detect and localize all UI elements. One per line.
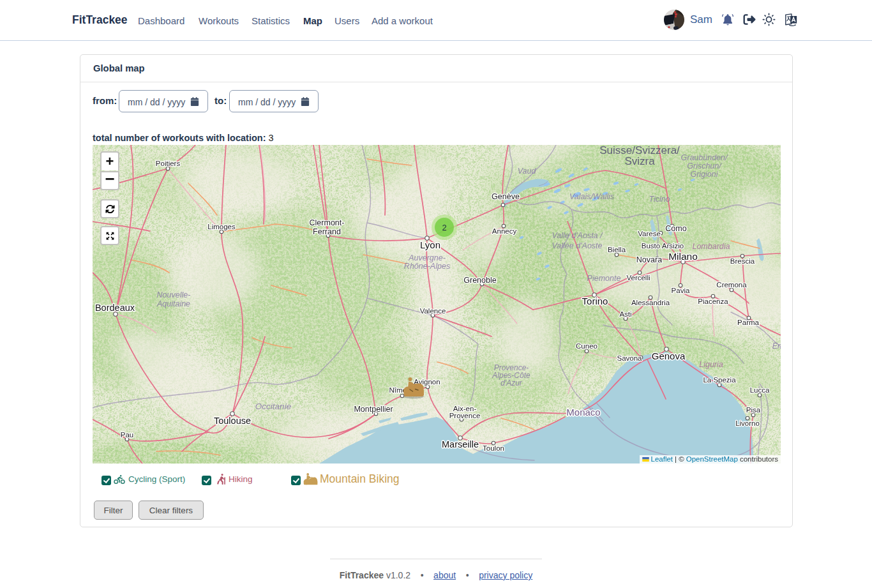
svg-text:La Spezia: La Spezia — [703, 376, 736, 384]
svg-text:Torino: Torino — [582, 296, 608, 306]
svg-text:Toulon: Toulon — [483, 444, 504, 452]
svg-text:Genève: Genève — [492, 192, 520, 201]
svg-text:Grigioni: Grigioni — [690, 170, 718, 179]
svg-text:Ferrand: Ferrand — [313, 227, 341, 236]
svg-text:d'Azur: d'Azur — [500, 379, 523, 388]
svg-text:Ticino: Ticino — [649, 195, 670, 204]
svg-text:Aquitaine: Aquitaine — [156, 299, 190, 308]
svg-text:Busto Arsizio: Busto Arsizio — [642, 242, 684, 250]
svg-text:2: 2 — [442, 223, 446, 232]
svg-text:Montpellier: Montpellier — [354, 405, 393, 414]
svg-text:Pisa: Pisa — [746, 406, 761, 414]
svg-text:Monaco: Monaco — [566, 407, 600, 418]
svg-text:Svizra: Svizra — [624, 155, 655, 167]
svg-text:Cremona: Cremona — [716, 281, 747, 289]
svg-text:Annecy: Annecy — [492, 227, 517, 235]
svg-text:Vaud: Vaud — [518, 167, 537, 176]
svg-text:Occitanie: Occitanie — [255, 402, 291, 411]
svg-text:Genova: Genova — [652, 351, 686, 361]
svg-text:Valence: Valence — [420, 307, 446, 315]
svg-text:Cuneo: Cuneo — [576, 342, 598, 350]
svg-text:Clermont-: Clermont- — [310, 218, 345, 227]
svg-text:Asti: Asti — [619, 310, 631, 318]
svg-text:Como: Como — [665, 224, 686, 233]
svg-text:Savona: Savona — [617, 354, 642, 362]
svg-text:Bordeaux: Bordeaux — [95, 303, 135, 313]
svg-text:Grenoble: Grenoble — [463, 276, 496, 285]
svg-text:Poitiers: Poitiers — [156, 160, 181, 167]
svg-text:Liguria: Liguria — [699, 360, 723, 369]
svg-text:Valle d'Aosta /: Valle d'Aosta / — [552, 231, 603, 240]
svg-text:Piacenza: Piacenza — [698, 298, 728, 305]
svg-text:Brescia: Brescia — [730, 257, 755, 265]
svg-text:Milano: Milano — [668, 251, 698, 262]
svg-text:Pau: Pau — [121, 431, 133, 439]
svg-text:Marseille: Marseille — [442, 439, 479, 449]
svg-text:Provence: Provence — [449, 412, 481, 419]
svg-text:Nouvelle-: Nouvelle- — [157, 290, 191, 299]
svg-text:Varese: Varese — [638, 230, 661, 237]
svg-text:Pavia: Pavia — [672, 287, 690, 294]
svg-text:Novara: Novara — [636, 255, 662, 264]
svg-text:Lucca: Lucca — [750, 386, 770, 394]
svg-text:Valais/Wallis: Valais/Wallis — [569, 192, 614, 201]
svg-text:Graubünden/: Graubünden/ — [681, 153, 729, 162]
svg-text:Grischun/: Grischun/ — [687, 162, 722, 170]
svg-text:Em: Em — [772, 342, 781, 351]
svg-text:Auvergne-: Auvergne- — [408, 253, 446, 262]
svg-text:Parma: Parma — [737, 319, 759, 326]
svg-text:Toulouse: Toulouse — [214, 416, 251, 426]
svg-text:Vercelli: Vercelli — [626, 274, 650, 282]
svg-text:Alessandria: Alessandria — [631, 299, 670, 306]
svg-text:Biella: Biella — [608, 246, 626, 253]
svg-text:Rhône-Alpes: Rhône-Alpes — [404, 262, 450, 271]
svg-text:Livorno: Livorno — [735, 419, 760, 427]
svg-text:Lyon: Lyon — [420, 239, 440, 250]
svg-text:Vallée d'Aoste: Vallée d'Aoste — [552, 241, 602, 250]
svg-text:Limoges: Limoges — [207, 223, 236, 230]
svg-text:Lombardia: Lombardia — [692, 242, 730, 251]
svg-text:Piemonte: Piemonte — [587, 274, 621, 283]
